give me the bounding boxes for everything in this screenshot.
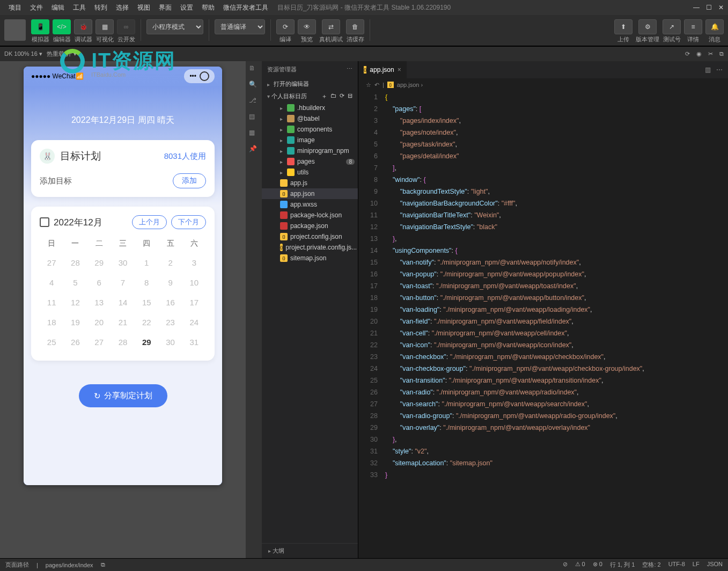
toolbar-真机调试[interactable]: ⇄ xyxy=(322,19,340,34)
menu-设置[interactable]: 设置 xyxy=(176,3,197,12)
extension-icon[interactable]: ▦ xyxy=(249,129,259,138)
search-icon[interactable]: 🔍 xyxy=(249,80,259,90)
calendar-day[interactable]: 8 xyxy=(135,273,158,292)
layout-icon[interactable]: ▤ xyxy=(249,113,259,122)
menu-帮助[interactable]: 帮助 xyxy=(197,3,219,12)
calendar-day[interactable]: 14 xyxy=(111,292,135,312)
tree-.hbuilderx[interactable]: .hbuilderx xyxy=(262,103,358,113)
toolbar-可视化[interactable]: ▦ xyxy=(95,19,114,34)
toolbar-预览[interactable]: 👁 xyxy=(298,19,316,34)
tree-sitemap.json[interactable]: {}sitemap.json xyxy=(262,253,358,263)
toolbar-版本管理[interactable]: ⚙ xyxy=(638,19,657,34)
menu-微信开发者工具[interactable]: 微信开发者工具 xyxy=(219,3,273,12)
calendar-day[interactable]: 10 xyxy=(182,273,206,292)
calendar-day[interactable]: 23 xyxy=(158,312,182,332)
record-icon[interactable]: ◉ xyxy=(696,50,702,57)
toolbar-调试器[interactable]: 🐞 xyxy=(74,19,92,34)
tree-project.config.json[interactable]: {}project.config.json xyxy=(262,231,358,242)
scene-icon[interactable]: ⊘ xyxy=(563,561,568,569)
warning-count[interactable]: ⚠ 0 xyxy=(575,561,585,569)
tree-app.js[interactable]: app.js xyxy=(262,178,358,188)
toolbar-清缓存[interactable]: 🗑 xyxy=(346,19,364,34)
copy-icon[interactable]: ⧉ xyxy=(101,561,105,568)
outline-section[interactable]: 大纲 xyxy=(262,543,358,558)
calendar-day[interactable]: 7 xyxy=(111,273,135,292)
calendar-day[interactable]: 25 xyxy=(40,332,63,352)
toolbar-编译[interactable]: ⟳ xyxy=(276,19,295,34)
hot-reload-toggle[interactable]: 热重载 开 ▾ xyxy=(47,50,77,58)
calendar-day[interactable]: 27 xyxy=(40,253,63,273)
calendar-day[interactable]: 5 xyxy=(63,273,87,292)
toolbar-消息[interactable]: 🔔 xyxy=(705,19,724,34)
calendar-day[interactable]: 28 xyxy=(111,332,135,352)
calendar-day[interactable]: 12 xyxy=(63,292,87,312)
eol[interactable]: LF xyxy=(693,561,700,569)
tree-app.wxss[interactable]: app.wxss xyxy=(262,199,358,210)
tab-close-icon[interactable]: × xyxy=(398,66,401,74)
tree-app.json[interactable]: {}app.json xyxy=(262,188,358,199)
tree-package-lock.json[interactable]: package-lock.json xyxy=(262,210,358,221)
calendar-day[interactable]: 13 xyxy=(87,292,111,312)
compile-select[interactable]: 普通编译 xyxy=(215,19,265,34)
project-section[interactable]: 个人目标日历 ＋ 🗀 ⟳ ⊟ xyxy=(262,90,358,103)
calendar-day[interactable]: 27 xyxy=(87,332,111,352)
tree-pages[interactable]: pages8 xyxy=(262,156,358,167)
calendar-day[interactable]: 24 xyxy=(182,312,206,332)
calendar-day[interactable]: 18 xyxy=(40,312,63,332)
new-folder-icon[interactable]: 🗀 xyxy=(330,92,336,100)
explorer-icon[interactable]: 🗎 xyxy=(249,64,259,74)
calendar-day[interactable]: 9 xyxy=(158,273,182,292)
add-button[interactable]: 添加 xyxy=(173,173,206,188)
language-mode[interactable]: JSON xyxy=(707,561,723,569)
next-month-button[interactable]: 下个月 xyxy=(171,215,206,229)
tree-utils[interactable]: utils xyxy=(262,167,358,178)
calendar-day[interactable]: 17 xyxy=(182,292,206,312)
capsule[interactable]: ••• xyxy=(184,69,215,83)
bookmark-icon[interactable]: ☆ xyxy=(366,82,371,89)
calendar-day[interactable]: 31 xyxy=(182,332,206,352)
back-icon[interactable]: ↶ xyxy=(374,82,379,89)
menu-项目[interactable]: 项目 xyxy=(4,3,26,12)
split-icon[interactable]: ▥ xyxy=(705,66,711,74)
maximize-icon[interactable]: ☐ xyxy=(706,4,712,11)
menu-文件[interactable]: 文件 xyxy=(26,3,47,12)
toolbar-编辑器[interactable]: </> xyxy=(53,19,71,34)
toolbar-上传[interactable]: ⬆ xyxy=(614,19,633,34)
device-select[interactable]: DK 100% 16 ▾ xyxy=(4,50,42,57)
refresh-tree-icon[interactable]: ⟳ xyxy=(340,92,344,100)
menu-编辑[interactable]: 编辑 xyxy=(47,3,69,12)
cut-icon[interactable]: ✂ xyxy=(708,50,713,57)
close-icon[interactable]: ✕ xyxy=(718,4,724,11)
pop-icon[interactable]: ⧉ xyxy=(719,50,724,57)
calendar-day[interactable]: 11 xyxy=(40,292,63,312)
tree-@babel[interactable]: @babel xyxy=(262,113,358,124)
tree-package.json[interactable]: package.json xyxy=(262,221,358,231)
menu-工具[interactable]: 工具 xyxy=(69,3,90,12)
refresh-icon[interactable]: ⟳ xyxy=(685,50,690,57)
calendar-day[interactable]: 15 xyxy=(135,292,158,312)
calendar-day[interactable]: 20 xyxy=(87,312,111,332)
menu-界面[interactable]: 界面 xyxy=(155,3,176,12)
tree-components[interactable]: components xyxy=(262,124,358,135)
explorer-menu-icon[interactable]: ⋯ xyxy=(347,65,352,74)
minimize-icon[interactable]: — xyxy=(693,4,700,11)
more-icon[interactable]: ⋯ xyxy=(716,66,723,74)
calendar-day[interactable]: 26 xyxy=(63,332,87,352)
toolbar-模拟器[interactable]: 📱 xyxy=(31,19,49,34)
tree-project.private.config.js...[interactable]: {}project.private.config.js... xyxy=(262,242,358,253)
calendar-day[interactable]: 30 xyxy=(111,253,135,273)
calendar-day[interactable]: 6 xyxy=(87,273,111,292)
toolbar-测试号[interactable]: ↗ xyxy=(663,19,681,34)
cursor-position[interactable]: 行 1, 列 1 xyxy=(610,561,635,569)
open-editors-section[interactable]: 打开的编辑器 xyxy=(262,78,358,90)
tree-miniprogram_npm[interactable]: miniprogram_npm xyxy=(262,145,358,156)
calendar-day[interactable]: 22 xyxy=(135,312,158,332)
calendar-day[interactable]: 19 xyxy=(63,312,87,332)
breadcrumb[interactable]: ☆ ↶ | {} app.json › xyxy=(358,78,728,91)
calendar-day[interactable]: 16 xyxy=(158,292,182,312)
collapse-icon[interactable]: ⊟ xyxy=(348,92,352,100)
tree-image[interactable]: image xyxy=(262,135,358,145)
calendar-day[interactable]: 2 xyxy=(158,253,182,273)
tab-app-json[interactable]: {} app.json × xyxy=(358,61,407,78)
prev-month-button[interactable]: 上个月 xyxy=(132,215,167,229)
